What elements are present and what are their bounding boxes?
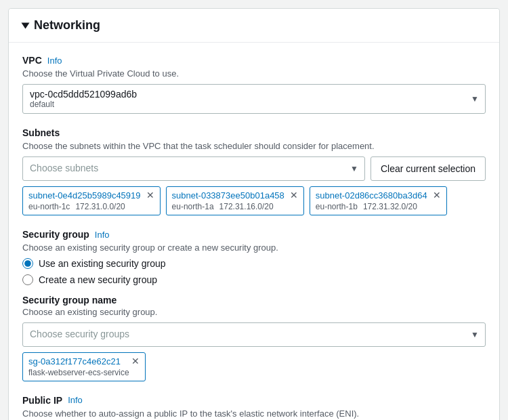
- security-group-info-link[interactable]: Info: [95, 230, 110, 240]
- subnets-description: Choose the subnets within the VPC that t…: [22, 141, 486, 151]
- subnet-details-1: eu-north-1a 172.31.16.0/20: [172, 202, 298, 211]
- subnet-cidr-0: 172.31.0.0/20: [75, 202, 125, 211]
- radio-existing-label: Use an existing security group: [39, 258, 166, 269]
- subnet-az-0: eu-north-1c: [28, 202, 70, 211]
- subnet-az-1: eu-north-1a: [172, 202, 214, 211]
- expand-icon: [22, 22, 30, 28]
- subnet-tag-0: subnet-0e4d25b5989c45919 ✕ eu-north-1c 1…: [22, 186, 161, 215]
- vpc-section: VPC Info Choose the Virtual Private Clou…: [22, 55, 486, 114]
- subnet-cidr-1: 172.31.16.0/20: [219, 202, 274, 211]
- public-ip-info-link[interactable]: Info: [68, 395, 83, 405]
- public-ip-label-text: Public IP: [22, 395, 62, 406]
- subnet-az-2: eu-north-1b: [316, 202, 358, 211]
- vpc-label: VPC Info: [22, 55, 486, 66]
- subnets-label-text: Subnets: [22, 127, 60, 138]
- networking-card: Networking VPC Info Choose the Virtual P…: [8, 8, 500, 420]
- subnets-section: Subnets Choose the subnets within the VP…: [22, 127, 486, 215]
- radio-new-input[interactable]: [22, 274, 33, 285]
- subnets-select[interactable]: Choose subnets: [22, 156, 365, 181]
- sg-remove[interactable]: ✕: [131, 356, 140, 366]
- subnet-tag-header-2: subnet-02d86cc3680ba3d64 ✕: [316, 190, 441, 201]
- subnets-row: Choose subnets ▼ Clear current selection: [22, 156, 486, 181]
- subnet-remove-2[interactable]: ✕: [433, 190, 441, 200]
- section-title-text: Networking: [34, 18, 100, 33]
- card-body: VPC Info Choose the Virtual Private Clou…: [9, 43, 499, 420]
- subnet-tag-1: subnet-033873ee50b01a458 ✕ eu-north-1a 1…: [166, 186, 304, 215]
- radio-existing-input[interactable]: [22, 258, 33, 269]
- subnet-cidr-2: 172.31.32.0/20: [363, 202, 417, 211]
- subnet-tag-header-1: subnet-033873ee50b01a458 ✕: [172, 190, 298, 201]
- subnets-select-wrapper: Choose subnets ▼: [22, 156, 365, 181]
- subnet-id-1: subnet-033873ee50b01a458: [172, 190, 284, 201]
- subnet-tags-container: subnet-0e4d25b5989c45919 ✕ eu-north-1c 1…: [22, 186, 486, 215]
- vpc-info-link[interactable]: Info: [47, 56, 62, 66]
- section-title: Networking: [22, 18, 100, 33]
- subnet-tag-header-0: subnet-0e4d25b5989c45919 ✕: [28, 190, 154, 201]
- sg-id: sg-0a312f177c4e62c21: [28, 356, 121, 366]
- vpc-selected-name: default: [30, 100, 463, 109]
- subnet-tag-2: subnet-02d86cc3680ba3d64 ✕ eu-north-1b 1…: [310, 186, 447, 215]
- radio-new[interactable]: Create a new security group: [22, 274, 486, 285]
- sg-select[interactable]: Choose security groups: [22, 322, 486, 347]
- vpc-selected-id: vpc-0cd5ddd521099ad6b: [30, 89, 463, 100]
- security-group-label-text: Security group: [22, 229, 89, 240]
- clear-selection-button[interactable]: Clear current selection: [371, 156, 486, 181]
- sg-select-wrapper: Choose security groups ▼: [22, 322, 486, 347]
- card-header: Networking: [9, 9, 499, 43]
- vpc-select-wrapper: vpc-0cd5ddd521099ad6b default ▼: [22, 84, 486, 114]
- subnet-remove-0[interactable]: ✕: [146, 190, 154, 200]
- sg-tag: sg-0a312f177c4e62c21 ✕ flask-webserver-e…: [22, 352, 146, 381]
- subnet-details-2: eu-north-1b 172.31.32.0/20: [316, 202, 441, 211]
- security-group-label: Security group Info: [22, 229, 486, 240]
- radio-group: Use an existing security group Create a …: [22, 258, 486, 285]
- public-ip-description: Choose whether to auto-assign a public I…: [22, 408, 486, 419]
- public-ip-label: Public IP Info: [22, 395, 486, 406]
- radio-new-label: Create a new security group: [39, 274, 157, 285]
- sg-tag-header: sg-0a312f177c4e62c21 ✕: [28, 356, 140, 366]
- radio-existing[interactable]: Use an existing security group: [22, 258, 486, 269]
- subnets-dropdown-wrapper: Choose subnets ▼: [22, 156, 365, 181]
- subnets-label: Subnets: [22, 127, 486, 138]
- vpc-label-text: VPC: [22, 55, 42, 66]
- subnet-details-0: eu-north-1c 172.31.0.0/20: [28, 202, 154, 211]
- subnet-id-2: subnet-02d86cc3680ba3d64: [316, 190, 427, 201]
- subnet-remove-1[interactable]: ✕: [290, 190, 298, 200]
- sg-name: flask-webserver-ecs-service: [28, 368, 140, 377]
- security-group-description: Choose an existing security group or cre…: [22, 243, 486, 253]
- sg-name-label: Security group name: [22, 295, 486, 306]
- subnet-id-0: subnet-0e4d25b5989c45919: [28, 190, 141, 201]
- security-group-section: Security group Info Choose an existing s…: [22, 229, 486, 381]
- sg-name-description: Choose an existing security group.: [22, 307, 486, 317]
- vpc-select-box[interactable]: vpc-0cd5ddd521099ad6b default: [22, 84, 486, 114]
- vpc-description: Choose the Virtual Private Cloud to use.: [22, 68, 486, 79]
- public-ip-section: Public IP Info Choose whether to auto-as…: [22, 395, 486, 420]
